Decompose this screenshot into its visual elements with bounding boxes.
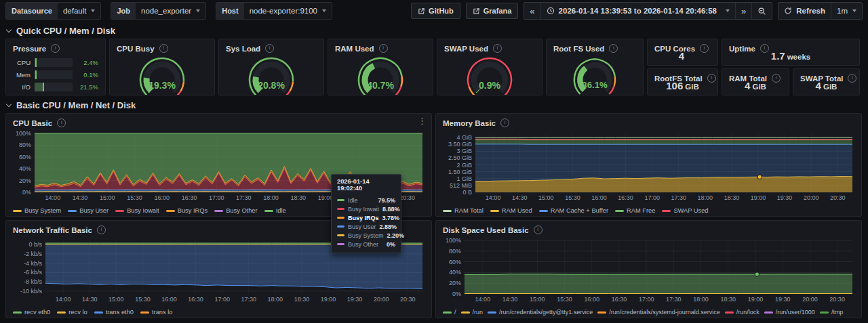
- var-host: Host node-exporter:9100: [216, 2, 332, 20]
- panel-cpu-busy: CPU Busy 19.3%: [109, 39, 215, 95]
- panel-menu-icon[interactable]: ⋮: [418, 116, 427, 126]
- memory-basic-chart[interactable]: 0 B512 MiB1 GiB1.50 GiB2 GiB2.50 GiB3 Gi…: [441, 129, 856, 202]
- legend-series-swatch: [94, 311, 103, 314]
- legend-item[interactable]: RAM Used: [490, 207, 532, 214]
- legend-item[interactable]: recv eth0: [13, 309, 50, 316]
- github-link-label: GitHub: [429, 7, 454, 15]
- refresh-interval-dropdown[interactable]: 1m: [831, 3, 862, 19]
- panel-uptime: Uptime 1.7weeks: [722, 39, 860, 66]
- info-icon[interactable]: [500, 119, 509, 127]
- legend-item[interactable]: recv lo: [57, 309, 87, 316]
- time-shift-back-button[interactable]: «: [524, 3, 540, 19]
- refresh-group: Refresh 1m: [778, 2, 863, 20]
- disk-space-used-basic-chart[interactable]: 0%20%40%60%80%100%14:0014:3015:0015:3016…: [441, 236, 856, 304]
- grafana-link-button[interactable]: Grafana: [466, 3, 519, 19]
- caret-down-icon: [322, 9, 326, 12]
- refresh-button[interactable]: Refresh: [778, 3, 831, 19]
- legend-series-swatch: [13, 311, 22, 314]
- legend-item[interactable]: RAM Total: [443, 207, 484, 214]
- legend-item[interactable]: RAM Cache + Buffer: [539, 207, 608, 214]
- magnifier-minus-icon: [757, 7, 766, 16]
- svg-text:16:30: 16:30: [188, 296, 203, 303]
- legend-series-label: /run: [473, 309, 484, 316]
- tooltip-rows: Idle79.5%Busy Iowait8.88%Busy IRQs3.78%B…: [337, 196, 395, 249]
- info-icon[interactable]: [265, 44, 274, 53]
- legend-item[interactable]: /run: [461, 309, 484, 316]
- info-icon[interactable]: [379, 44, 388, 53]
- legend-item[interactable]: Busy System: [13, 207, 61, 214]
- svg-text:60%: 60%: [19, 154, 31, 160]
- svg-text:17:00: 17:00: [209, 194, 224, 201]
- var-host-value[interactable]: node-exporter:9100: [244, 3, 332, 19]
- tooltip-series-label: Busy Iowait: [348, 206, 379, 213]
- time-range-picker[interactable]: 2026-01-14 13:39:53 to 2026-01-14 20:46:…: [540, 3, 735, 19]
- svg-text:16:30: 16:30: [182, 194, 197, 201]
- legend-item[interactable]: Busy User: [68, 207, 108, 214]
- info-icon[interactable]: [97, 225, 106, 234]
- panel-title: CPU Basic: [13, 119, 52, 127]
- legend-item[interactable]: /run/credentials/systemd-journald.servic…: [597, 309, 720, 316]
- info-icon[interactable]: [57, 119, 66, 127]
- var-job-value[interactable]: node_exporter: [136, 3, 205, 19]
- legend-item[interactable]: /run/user/1000: [764, 309, 815, 316]
- svg-text:20:30: 20:30: [829, 296, 845, 303]
- legend-series-label: /tmp: [831, 309, 844, 316]
- panel-swap-used: SWAP Used 0.9%: [437, 39, 542, 95]
- svg-text:15:00: 15:00: [108, 296, 124, 303]
- svg-text:19:30: 19:30: [777, 194, 793, 201]
- legend-series-label: /run/credentials/getty@tty1.service: [499, 309, 593, 316]
- legend-item[interactable]: RAM Free: [615, 207, 655, 214]
- bar-fill: [35, 58, 37, 67]
- chart-tooltip: 2026-01-14 19:02:40 Idle79.5%Busy Iowait…: [331, 174, 401, 253]
- svg-text:18:00: 18:00: [268, 296, 283, 303]
- legend-item[interactable]: /tmp: [820, 309, 844, 316]
- svg-text:16:00: 16:00: [584, 296, 599, 303]
- var-datasource-value[interactable]: default: [58, 3, 101, 19]
- svg-text:15:30: 15:30: [565, 194, 580, 201]
- time-shift-forward-button[interactable]: »: [735, 3, 751, 19]
- legend-item[interactable]: Busy Iowait: [115, 207, 159, 214]
- legend-item[interactable]: trans lo: [140, 309, 173, 316]
- tooltip-series-value: 0%: [387, 241, 395, 248]
- section-quick-cpu-mem-disk[interactable]: Quick CPU / Mem / Disk: [7, 26, 115, 36]
- legend-item[interactable]: /run/credentials/getty@tty1.service: [488, 309, 593, 316]
- section-basic-cpu-mem-net-disk[interactable]: Basic CPU / Mem / Net / Disk: [7, 100, 136, 110]
- svg-text:17:30: 17:30: [671, 194, 686, 201]
- pressure-bars: CPU 2.4% Mem 0.1% I/O 21.5%: [6, 56, 105, 91]
- bar-label: I/O: [13, 83, 31, 91]
- tooltip-timestamp: 2026-01-14 19:02:40: [337, 178, 395, 196]
- memory-basic-legend: RAM TotalRAM UsedRAM Cache + BufferRAM F…: [443, 207, 709, 214]
- stat-value: 4GiB: [722, 80, 789, 91]
- bar-value: 2.4%: [77, 59, 98, 66]
- legend-item[interactable]: /run/lock: [725, 309, 760, 316]
- legend-item[interactable]: Busy Other: [214, 207, 258, 214]
- tooltip-series-value: 2.20%: [387, 232, 405, 239]
- panel-title: Root FS Used: [553, 45, 604, 53]
- panel-title: Disk Space Used Basic: [443, 226, 529, 234]
- svg-text:18:00: 18:00: [698, 194, 713, 201]
- svg-text:-6 kb/s: -6 kb/s: [24, 269, 43, 276]
- bar-gauge: [35, 70, 73, 79]
- zoom-out-button[interactable]: [751, 3, 772, 19]
- legend-series-swatch: [490, 210, 499, 212]
- legend-series-label: /run/credentials/systemd-journald.servic…: [609, 309, 720, 316]
- tooltip-series-swatch: [337, 199, 344, 201]
- info-icon[interactable]: [493, 44, 502, 53]
- legend-item[interactable]: trans eth0: [94, 309, 134, 316]
- info-icon[interactable]: [159, 44, 168, 53]
- legend-item[interactable]: SWAP Used: [662, 207, 708, 214]
- info-icon[interactable]: [609, 44, 618, 53]
- var-datasource-label: Datasource: [6, 3, 58, 19]
- legend-item[interactable]: /: [443, 309, 456, 316]
- svg-text:14:00: 14:00: [56, 296, 71, 303]
- info-icon[interactable]: [534, 225, 542, 234]
- legend-series-label: RAM Free: [627, 207, 655, 214]
- svg-text:15:30: 15:30: [127, 194, 142, 201]
- legend-item[interactable]: Busy IRQs: [166, 207, 208, 214]
- info-icon[interactable]: [51, 44, 60, 53]
- github-link-button[interactable]: GitHub: [411, 3, 460, 19]
- svg-text:15:30: 15:30: [135, 296, 151, 303]
- panel-title: Sys Load: [226, 45, 260, 53]
- svg-text:16:00: 16:00: [591, 194, 607, 201]
- legend-item[interactable]: Idle: [264, 207, 286, 214]
